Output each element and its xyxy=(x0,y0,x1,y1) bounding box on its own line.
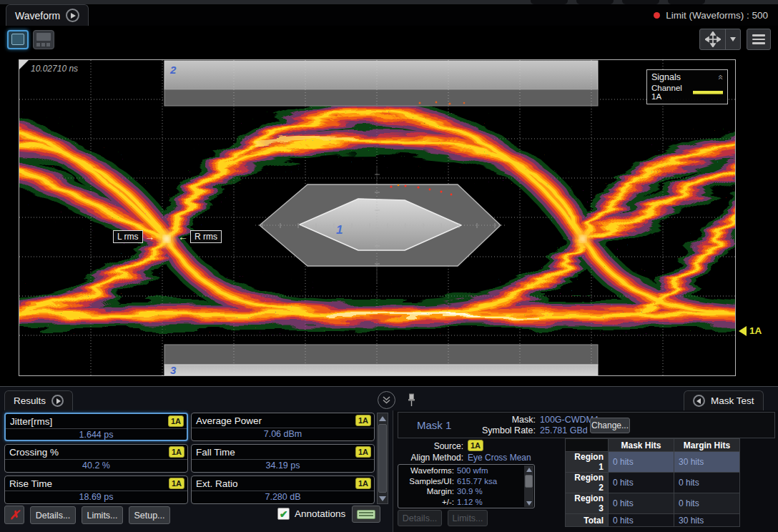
waveform-tab-play-icon[interactable] xyxy=(66,9,79,22)
measurement-value: 18.69 ps xyxy=(5,491,187,503)
measurement-crossing[interactable]: Crossing %1A 40.2 % xyxy=(4,444,188,473)
change-mask-button[interactable]: Change... xyxy=(590,418,630,433)
r-rms-annotation: ← R rms xyxy=(178,230,222,243)
pin-icon[interactable] xyxy=(407,393,416,407)
margin-hits-value: 30 hits xyxy=(674,514,740,527)
measurement-value: 40.2 % xyxy=(5,460,187,472)
signals-legend[interactable]: Signals « Channel 1A xyxy=(646,69,728,104)
play-left-icon xyxy=(696,398,701,404)
collapse-panel-button[interactable] xyxy=(378,391,395,409)
measurement-name: Jitter[rms] xyxy=(10,416,52,427)
menu-button[interactable] xyxy=(747,29,771,50)
source-badge: 1A xyxy=(169,446,184,458)
mask-region-2-label: 2 xyxy=(169,64,177,76)
table-row-total[interactable]: Total 0 hits 30 hits xyxy=(566,514,740,527)
stat-label: Waveforms: xyxy=(398,466,454,475)
measurement-value: 34.19 ps xyxy=(192,460,374,472)
stat-label: Margin: xyxy=(398,487,454,496)
scroll-thumb[interactable] xyxy=(525,475,533,488)
split-pane-icon xyxy=(36,33,51,41)
col-mask-hits: Mask Hits xyxy=(609,439,674,452)
measurement-rise-time[interactable]: Rise Time1A 18.69 ps xyxy=(4,476,188,504)
annotation-style-button[interactable] xyxy=(352,506,380,523)
channel-1a-marker: 1A xyxy=(739,325,762,336)
mask-title: Mask 1 xyxy=(417,419,451,431)
bottom-tab-bar: Results Mask Test xyxy=(0,389,778,410)
r-rms-label: R rms xyxy=(190,230,222,243)
measurement-name: Ext. Ratio xyxy=(196,478,238,489)
l-rms-label: L rms xyxy=(113,230,143,243)
row-label: Region 3 xyxy=(566,493,609,514)
stat-label: +/-: xyxy=(398,498,454,506)
mask-region-2: 2 xyxy=(164,61,598,106)
scroll-thumb[interactable] xyxy=(378,424,387,493)
mask-hits-value: 0 hits xyxy=(609,452,674,473)
stat-value: 1.12 % xyxy=(457,498,483,506)
layout-single-button[interactable] xyxy=(7,30,29,49)
stat-value: 500 wfm xyxy=(457,466,488,475)
measurement-value: 7.280 dB xyxy=(192,491,374,503)
measurement-value: 1.644 ps xyxy=(6,429,187,441)
align-method-value: Eye Cross Mean xyxy=(468,453,531,463)
measurement-average-power[interactable]: Average Power1A 7.06 dBm xyxy=(191,413,375,441)
results-scrollbar[interactable] xyxy=(377,413,388,504)
legend-collapse-chevron-icon[interactable]: « xyxy=(717,74,724,79)
pointer-tool-dropdown[interactable] xyxy=(726,29,740,49)
mask-details-button[interactable]: Details... xyxy=(398,510,442,526)
limits-button[interactable]: Limits... xyxy=(82,506,123,524)
align-method-label: Align Method: xyxy=(398,453,463,463)
layout-split-button[interactable] xyxy=(33,30,54,49)
measurement-fall-time[interactable]: Fall Time1A 34.19 ps xyxy=(191,444,375,473)
measurement-name: Fall Time xyxy=(196,447,235,458)
channel-marker-triangle-icon xyxy=(739,326,747,336)
scroll-up-button[interactable] xyxy=(378,413,388,423)
measurement-value: 7.06 dBm xyxy=(192,428,374,440)
table-row-region1[interactable]: Region 1 0 hits 30 hits xyxy=(566,452,740,473)
measurement-name: Crossing % xyxy=(9,447,59,458)
scroll-up-button[interactable] xyxy=(524,466,533,473)
plot-corner-marker xyxy=(19,60,29,69)
mask-region-1-label: 1 xyxy=(336,223,343,237)
triangle-up-icon xyxy=(526,468,532,472)
source-badge: 1A xyxy=(355,478,371,489)
measurement-ext-ratio[interactable]: Ext. Ratio1A 7.280 dB xyxy=(191,476,375,504)
tab-mask-test[interactable]: Mask Test xyxy=(684,390,764,410)
mask-region-3: 3 xyxy=(164,345,598,375)
chevron-double-down-icon xyxy=(382,395,391,405)
timebase-readout: 10.02710 ns xyxy=(31,64,78,74)
table-header-row: Mask Hits Margin Hits xyxy=(566,439,740,452)
legend-channel-label: Channel 1A xyxy=(651,84,693,101)
arrow-left-icon: ← xyxy=(178,231,188,242)
stat-row: Waveforms:500 wfm xyxy=(398,466,534,476)
setup-button[interactable]: Setup... xyxy=(129,506,170,524)
mask-label: Mask: xyxy=(457,415,536,425)
tab-results[interactable]: Results xyxy=(4,390,73,410)
source-badge: 1A xyxy=(468,440,483,451)
results-tab-play-icon[interactable] xyxy=(51,395,64,407)
mask-hits-value: 0 hits xyxy=(609,473,674,493)
scroll-down-button[interactable] xyxy=(524,499,533,507)
mask-header-bar: Mask 1 Mask: 100G-CWDM4 Symbol Rate: 25.… xyxy=(398,412,775,438)
annotations-label: Annotations xyxy=(295,508,345,519)
measurement-jitter-rms[interactable]: Jitter[rms]1A 1.644 ps xyxy=(4,413,188,441)
details-button[interactable]: Details... xyxy=(30,506,76,524)
mask-stats-box: Waveforms:500 wfm Samples/UI:615.77 ksa … xyxy=(398,464,535,508)
split-pane-sq-icon xyxy=(41,43,45,46)
table-row-region2[interactable]: Region 2 0 hits 0 hits xyxy=(566,473,740,493)
move-tool-button[interactable] xyxy=(700,29,726,49)
limit-status: Limit (Waveforms) : 500 xyxy=(654,10,768,21)
legend-title: Signals xyxy=(651,72,681,82)
tab-waveform[interactable]: Waveform xyxy=(6,4,89,26)
measurement-name: Average Power xyxy=(196,415,262,426)
delete-measurement-button[interactable]: ✗ xyxy=(4,506,24,524)
mask-test-tab-expand-icon[interactable] xyxy=(693,395,705,407)
mask-limits-button[interactable]: Limits... xyxy=(448,510,488,526)
l-rms-annotation: L rms → xyxy=(113,230,155,243)
margin-hits-value: 0 hits xyxy=(674,473,740,493)
scroll-down-button[interactable] xyxy=(378,493,388,503)
table-row-region3[interactable]: Region 3 0 hits 0 hits xyxy=(566,493,740,514)
measurement-name: Rise Time xyxy=(9,478,52,489)
stats-scrollbar[interactable] xyxy=(524,466,533,507)
waveform-display[interactable]: 2 3 1 xyxy=(19,59,736,376)
annotations-checkbox[interactable]: ✔ xyxy=(277,508,290,520)
